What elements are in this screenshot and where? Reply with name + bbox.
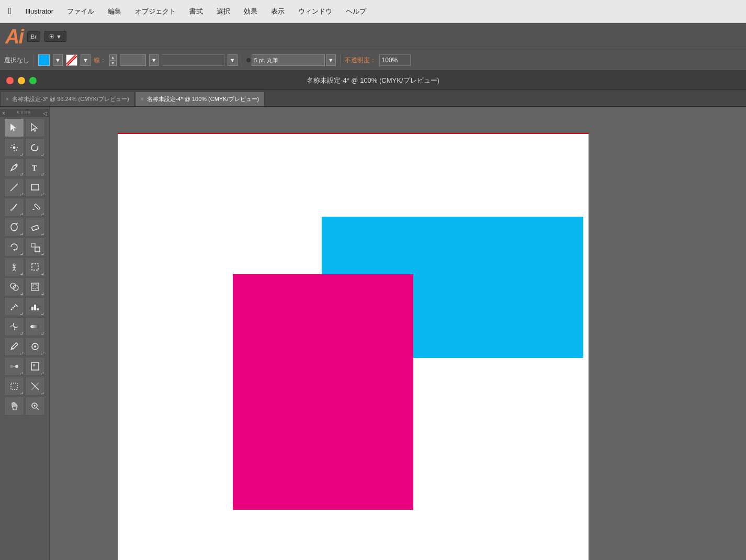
eraser-tool[interactable] — [25, 218, 45, 237]
direct-select-tool[interactable] — [25, 118, 45, 137]
rotate-tool[interactable] — [4, 238, 24, 256]
symbol-spray-tool[interactable] — [4, 297, 24, 316]
stroke-style-dropdown[interactable]: ▼ — [149, 54, 159, 66]
tab-1[interactable]: × 名称未設定-3* @ 96.24% (CMYK/プレビュー) — [0, 92, 135, 106]
svg-rect-12 — [31, 185, 39, 190]
opacity-label: 不透明度： — [345, 56, 376, 65]
workspace-button[interactable]: ⊞ ▼ — [44, 31, 66, 42]
tools-panel: × ⠿⠿⠿⠿ ◁ — [0, 107, 50, 560]
svg-point-38 — [30, 326, 32, 328]
type-tool[interactable]: T — [25, 158, 45, 177]
workspace-icon: ⊞ — [49, 33, 54, 40]
tool-row-magic — [0, 138, 49, 157]
svg-point-15 — [11, 223, 17, 231]
menu-edit[interactable]: 編集 — [106, 6, 123, 17]
paintbrush-tool[interactable] — [4, 198, 24, 217]
svg-rect-35 — [34, 305, 36, 310]
stroke-value-input[interactable] — [120, 54, 146, 66]
menu-select[interactable]: 選択 — [214, 6, 232, 17]
tool-row-mesh2 — [0, 317, 49, 336]
select-tool[interactable] — [4, 118, 24, 137]
zoom-tool[interactable] — [25, 397, 45, 416]
mesh-tool[interactable] — [4, 317, 24, 336]
main-area: × ⠿⠿⠿⠿ ◁ — [0, 107, 746, 560]
close-button[interactable] — [6, 77, 14, 84]
svg-point-40 — [34, 345, 36, 348]
stroke-down[interactable]: ▼ — [109, 60, 117, 66]
menu-window[interactable]: ウィンドウ — [296, 6, 334, 17]
menu-view[interactable]: 表示 — [269, 6, 287, 17]
svg-point-13 — [10, 209, 13, 211]
tab-2-close[interactable]: × — [141, 96, 144, 102]
slice-tool[interactable] — [25, 377, 45, 396]
svg-rect-17 — [31, 225, 39, 231]
fill-dropdown[interactable]: ▼ — [53, 54, 63, 66]
canvas-area[interactable] — [50, 107, 746, 560]
live-paint-select-tool[interactable] — [25, 357, 45, 376]
svg-point-30 — [11, 309, 13, 310]
tab-2[interactable]: × 名称未設定-4* @ 100% (CMYK/プレビュー) — [135, 92, 265, 106]
live-paint-tool[interactable] — [25, 337, 45, 356]
graph-tool[interactable] — [25, 297, 45, 316]
shape-builder-tool[interactable] — [4, 277, 24, 296]
svg-rect-36 — [37, 308, 39, 310]
menu-illustrator[interactable]: Illustrator — [24, 6, 55, 16]
brush-preset-input[interactable] — [162, 54, 224, 66]
window-bar: 名称未設定-4* @ 100% (CMYK/プレビュー) — [0, 71, 746, 90]
artboard — [118, 133, 589, 560]
menu-help[interactable]: ヘルプ — [344, 6, 368, 17]
svg-line-0 — [67, 56, 77, 65]
brush-dropdown[interactable]: ▼ — [228, 54, 238, 66]
svg-point-32 — [14, 306, 16, 307]
svg-rect-18 — [31, 243, 35, 247]
svg-point-20 — [13, 264, 15, 266]
blend-tool[interactable] — [4, 357, 24, 376]
tab-1-label: 名称未設定-3* @ 96.24% (CMYK/プレビュー) — [12, 95, 129, 103]
artboard-tool[interactable] — [4, 377, 24, 396]
scale-tool[interactable] — [25, 238, 45, 256]
fill-color-box[interactable] — [38, 54, 50, 66]
tools-collapse-button[interactable]: ◁ — [43, 110, 47, 116]
stroke-color-box[interactable] — [66, 54, 77, 66]
menu-type[interactable]: 書式 — [187, 6, 205, 17]
line-tool[interactable] — [4, 178, 24, 197]
eyedropper-tool[interactable] — [4, 337, 24, 356]
menu-object[interactable]: オブジェクト — [133, 6, 178, 17]
stroke-up[interactable]: ▲ — [109, 54, 117, 60]
apple-menu[interactable]:  — [6, 5, 14, 18]
tools-close-button[interactable]: × — [2, 110, 5, 116]
pencil-tool[interactable] — [25, 198, 45, 217]
tool-row-puppet — [0, 257, 49, 276]
menu-effect[interactable]: 効果 — [242, 6, 259, 17]
svg-rect-25 — [32, 264, 38, 270]
svg-point-42 — [15, 365, 18, 368]
svg-line-33 — [15, 304, 18, 307]
bridge-button[interactable]: Br — [27, 31, 40, 42]
pen-tool[interactable] — [4, 158, 24, 177]
magenta-rectangle[interactable] — [233, 274, 413, 510]
free-transform-tool[interactable] — [25, 257, 45, 276]
rectangle-tool[interactable] — [25, 178, 45, 197]
brush-size-dropdown[interactable]: ▼ — [326, 54, 336, 66]
svg-line-24 — [14, 269, 16, 271]
perspective-tool[interactable] — [25, 277, 45, 296]
svg-rect-28 — [31, 283, 39, 290]
separator2 — [242, 54, 242, 66]
brush-size-input[interactable] — [252, 54, 325, 66]
puppet-warp-tool[interactable] — [4, 257, 24, 276]
tab-1-close[interactable]: × — [6, 96, 9, 102]
maximize-button[interactable] — [29, 77, 37, 84]
svg-rect-14 — [34, 204, 40, 209]
hand-tool[interactable] — [4, 397, 24, 416]
opacity-dot — [246, 58, 251, 62]
tool-row-brush — [0, 198, 49, 217]
stroke-dropdown[interactable]: ▼ — [81, 54, 91, 66]
gradient-tool[interactable] — [25, 317, 45, 336]
blob-brush-tool[interactable] — [4, 218, 24, 237]
minimize-button[interactable] — [18, 77, 25, 84]
opacity-input[interactable] — [379, 54, 411, 66]
magic-wand-tool[interactable] — [4, 138, 24, 157]
lasso-tool[interactable] — [25, 138, 45, 157]
stroke-spinner[interactable]: ▲ ▼ — [109, 54, 117, 66]
menu-file[interactable]: ファイル — [65, 6, 96, 17]
